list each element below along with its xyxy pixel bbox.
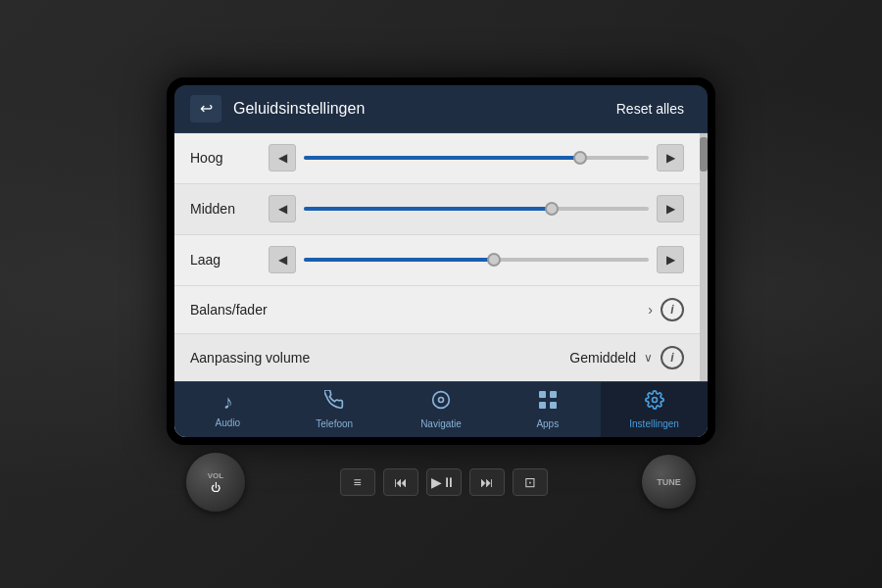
- back-icon: ↩: [200, 99, 213, 118]
- prev-track-button[interactable]: ⏮: [383, 468, 418, 496]
- settings-ctrl-button[interactable]: ≡: [340, 468, 375, 496]
- screen: ↩ Geluidsinstellingen Reset alles Hoog ◀: [174, 85, 708, 437]
- instellingen-label: Instellingen: [629, 418, 679, 429]
- midden-label: Midden: [190, 201, 269, 217]
- volume-value: Gemiddeld: [569, 350, 636, 366]
- scrollbar-thumb[interactable]: [700, 137, 708, 172]
- balans-chevron-icon: ›: [648, 302, 653, 318]
- hoog-decrease-button[interactable]: ◀: [269, 144, 296, 172]
- control-buttons: ≡ ⏮ ▶⏸ ⏭ ⊡: [340, 468, 548, 496]
- svg-rect-4: [539, 402, 546, 409]
- screen-content: Hoog ◀ ▶ Midden: [174, 133, 708, 437]
- play-pause-button[interactable]: ▶⏸: [426, 468, 462, 496]
- volume-chevron-icon: ∨: [644, 351, 653, 365]
- screen-container: ↩ Geluidsinstellingen Reset alles Hoog ◀: [167, 77, 715, 445]
- vol-label: VOL: [208, 471, 223, 480]
- midden-increase-button[interactable]: ▶: [657, 195, 684, 222]
- nav-audio-button[interactable]: ♪ Audio: [174, 382, 281, 437]
- extra-button[interactable]: ⊡: [513, 468, 548, 496]
- midden-track: [304, 207, 649, 211]
- audio-icon: ♪: [222, 391, 232, 414]
- laag-increase-button[interactable]: ▶: [657, 246, 684, 273]
- navigatie-label: Navigatie: [420, 418, 462, 429]
- vol-knob[interactable]: VOL ⏻: [186, 453, 245, 512]
- hoog-fill: [304, 156, 580, 160]
- power-icon: ⏻: [211, 482, 220, 493]
- navigation-icon: [431, 390, 451, 415]
- reset-button[interactable]: Reset alles: [609, 97, 692, 121]
- hoog-slider[interactable]: [304, 144, 649, 172]
- screen-header: ↩ Geluidsinstellingen Reset alles: [174, 85, 708, 133]
- midden-row: Midden ◀ ▶: [174, 184, 700, 235]
- nav-instellingen-button[interactable]: Instellingen: [601, 382, 708, 437]
- hoog-label: Hoog: [190, 150, 269, 166]
- midden-decrease-button[interactable]: ◀: [269, 195, 296, 222]
- next-track-button[interactable]: ⏭: [469, 468, 505, 496]
- audio-label: Audio: [216, 417, 241, 428]
- apps-icon: [538, 390, 558, 415]
- tune-knob[interactable]: TUNE: [642, 455, 696, 509]
- laag-label: Laag: [190, 252, 269, 268]
- scrollbar[interactable]: [700, 133, 708, 381]
- svg-rect-5: [550, 402, 557, 409]
- midden-fill: [304, 207, 552, 211]
- apps-label: Apps: [536, 418, 559, 429]
- settings-rows-main: Hoog ◀ ▶ Midden: [174, 133, 700, 381]
- hoog-thumb[interactable]: [573, 151, 587, 165]
- phone-icon: [324, 390, 344, 415]
- volume-label: Aanpassing volume: [190, 350, 569, 366]
- car-dashboard: ↩ Geluidsinstellingen Reset alles Hoog ◀: [0, 0, 882, 588]
- volume-row[interactable]: Aanpassing volume Gemiddeld ∨ i: [174, 334, 700, 381]
- reset-label: Reset alles: [616, 101, 684, 117]
- hoog-track: [304, 156, 649, 160]
- svg-point-6: [652, 397, 657, 402]
- midden-thumb[interactable]: [545, 202, 559, 216]
- laag-thumb[interactable]: [487, 253, 501, 267]
- balans-row[interactable]: Balans/fader › i: [174, 286, 700, 334]
- nav-apps-button[interactable]: Apps: [494, 382, 601, 437]
- back-button[interactable]: ↩: [190, 95, 221, 122]
- volume-info-icon[interactable]: i: [661, 346, 684, 369]
- laag-slider[interactable]: [304, 246, 649, 273]
- svg-rect-2: [539, 391, 546, 398]
- screen-title: Geluidsinstellingen: [233, 100, 609, 118]
- tune-label: TUNE: [657, 477, 681, 487]
- telefoon-label: Telefoon: [316, 418, 353, 429]
- nav-navigatie-button[interactable]: Navigatie: [388, 382, 495, 437]
- settings-rows-wrapper: Hoog ◀ ▶ Midden: [174, 133, 708, 381]
- bottom-nav: ♪ Audio Telefoon: [174, 381, 708, 437]
- hoog-row: Hoog ◀ ▶: [174, 133, 700, 184]
- settings-icon: [645, 390, 664, 415]
- balans-label: Balans/fader: [190, 302, 648, 318]
- laag-row: Laag ◀ ▶: [174, 235, 700, 286]
- laag-decrease-button[interactable]: ◀: [269, 246, 296, 273]
- midden-slider[interactable]: [304, 195, 649, 222]
- svg-rect-3: [550, 391, 557, 398]
- svg-point-1: [438, 397, 443, 402]
- nav-telefoon-button[interactable]: Telefoon: [281, 382, 388, 437]
- physical-controls: VOL ⏻ ≡ ⏮ ▶⏸ ⏭ ⊡ TUNE: [167, 453, 715, 512]
- svg-point-0: [433, 391, 450, 408]
- hoog-increase-button[interactable]: ▶: [657, 144, 684, 172]
- laag-track: [304, 258, 649, 262]
- laag-fill: [304, 258, 494, 262]
- balans-info-icon[interactable]: i: [661, 298, 684, 321]
